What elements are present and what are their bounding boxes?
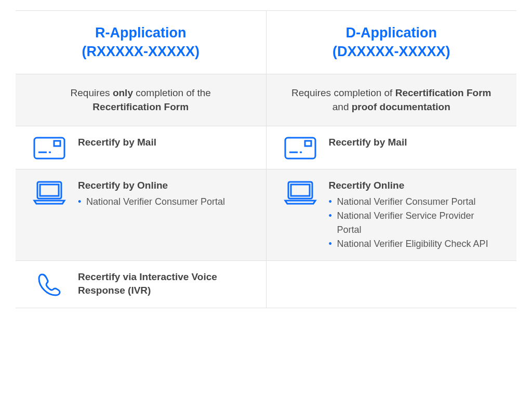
method-cell-right-mail: Recertify by Mail bbox=[282, 136, 501, 160]
method-title: Recertify via Interactive Voice Response… bbox=[78, 270, 250, 298]
method-title: Recertify by Mail bbox=[329, 136, 501, 150]
method-title: Recertify Online bbox=[329, 179, 501, 193]
mail-icon bbox=[31, 136, 68, 160]
table-row: Recertify by Online National Verifier Co… bbox=[16, 169, 516, 260]
list-item: National Verifier Eligibility Check API bbox=[329, 237, 501, 251]
comparison-table: R-Application (RXXXXX-XXXXX) D-Applicati… bbox=[16, 10, 516, 308]
svg-rect-5 bbox=[305, 141, 311, 146]
table-row: Recertify via Interactive Voice Response… bbox=[16, 260, 516, 308]
col-title-left: R-Application (RXXXXX-XXXXX) bbox=[26, 23, 256, 61]
mail-icon bbox=[282, 136, 318, 160]
desc-right: Requires completion of Recertification F… bbox=[291, 87, 491, 113]
desc-right-pre: Requires completion of bbox=[291, 87, 395, 98]
method-title: Recertify by Online bbox=[78, 179, 250, 193]
phone-icon bbox=[31, 270, 68, 298]
list-item: National Verifier Consumer Portal bbox=[78, 195, 250, 209]
method-title: Recertify by Mail bbox=[78, 136, 250, 150]
method-list: National Verifier Consumer Portal Nation… bbox=[329, 195, 501, 251]
laptop-icon bbox=[31, 179, 68, 205]
col-title-right: D-Application (DXXXXX-XXXXX) bbox=[277, 23, 507, 61]
list-item: National Verifier Consumer Portal bbox=[329, 195, 501, 209]
svg-rect-9 bbox=[40, 185, 59, 196]
desc-right-bold2: proof documentation bbox=[352, 101, 450, 112]
desc-left-mid: completion of the bbox=[133, 87, 211, 98]
svg-rect-1 bbox=[54, 141, 60, 146]
method-list: National Verifier Consumer Portal bbox=[78, 195, 250, 209]
method-cell-left-online: Recertify by Online National Verifier Co… bbox=[31, 179, 250, 209]
desc-left-bold2: Recertification Form bbox=[92, 101, 189, 112]
col-title-right-line1: D-Application bbox=[346, 25, 437, 41]
desc-left: Requires only completion of the Recertif… bbox=[71, 87, 211, 113]
header-row: R-Application (RXXXXX-XXXXX) D-Applicati… bbox=[16, 11, 516, 74]
desc-left-pre: Requires bbox=[71, 87, 113, 98]
description-row: Requires only completion of the Recertif… bbox=[16, 74, 516, 126]
empty-cell bbox=[266, 260, 516, 308]
desc-right-mid: and bbox=[332, 101, 352, 112]
desc-right-bold1: Recertification Form bbox=[395, 87, 491, 98]
method-cell-left-ivr: Recertify via Interactive Voice Response… bbox=[31, 270, 250, 298]
col-title-left-line2: (RXXXXX-XXXXX) bbox=[82, 44, 200, 59]
desc-left-bold1: only bbox=[113, 87, 133, 98]
method-cell-left-mail: Recertify by Mail bbox=[31, 136, 250, 160]
method-cell-right-online: Recertify Online National Verifier Consu… bbox=[282, 179, 501, 251]
col-title-left-line1: R-Application bbox=[95, 25, 187, 41]
list-item: National Verifier Service Provider Porta… bbox=[329, 209, 501, 237]
table-row: Recertify by Mail Recertify by Mail bbox=[16, 126, 516, 169]
laptop-icon bbox=[282, 179, 318, 205]
svg-rect-11 bbox=[291, 185, 310, 196]
col-title-right-line2: (DXXXXX-XXXXX) bbox=[332, 44, 450, 59]
